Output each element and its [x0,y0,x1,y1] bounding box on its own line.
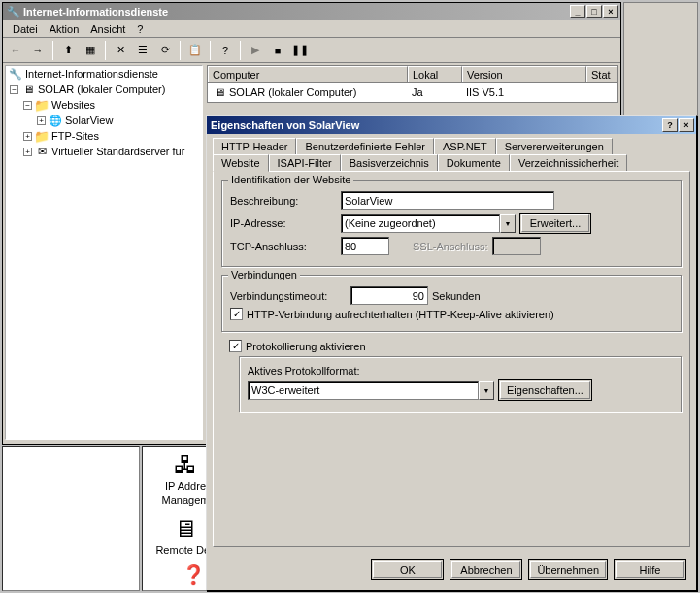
website-icon [48,114,63,127]
folder-icon [34,129,50,143]
tab-custom-errors[interactable]: Benutzerdefinierte Fehler [296,138,434,154]
description-input[interactable] [341,191,554,210]
timeout-label: Verbindungstimeout: [230,290,347,302]
group-identification: Identifikation der Website [228,174,353,185]
show-button[interactable]: ▦ [80,40,101,61]
log-properties-button[interactable]: Eigenschaften... [498,379,592,401]
ssl-input [492,237,541,255]
advanced-button[interactable]: Erweitert... [519,213,591,234]
col-version[interactable]: Version [462,66,586,82]
main-window-title: 🔧Internet-Informationsdienste [5,6,570,18]
log-format-label: Aktives Protokollformat: [248,365,673,377]
cell-lokal: Ja [408,83,462,101]
keepalive-label: HTTP-Verbindung aufrechterhalten (HTTP-K… [247,309,554,320]
folder-icon [34,98,50,112]
question-icon: ❓ [182,563,206,586]
menu-aktion[interactable]: Aktion [44,21,85,37]
tab-dirsecurity[interactable]: Verzeichnissicherheit [510,154,627,171]
ssl-label: SSL-Anschluss: [413,241,488,252]
refresh-button[interactable]: ⟳ [154,40,176,61]
stop-button[interactable]: ■ [267,40,288,61]
tcp-input[interactable] [341,237,389,255]
expand-smtp[interactable]: + [23,148,32,156]
tree-server[interactable]: SOLAR (lokaler Computer) [38,83,165,95]
timeout-unit: Sekunden [432,290,481,302]
menu-ansicht[interactable]: Ansicht [84,21,131,37]
close-button[interactable]: × [603,5,618,18]
help-button[interactable]: Hilfe [614,559,686,580]
list-body[interactable]: 🖥SOLAR (lokaler Computer) Ja IIS V5.1 [207,83,618,103]
export-button[interactable]: 📋 [184,40,206,61]
ip-addr-label: IP Addre [165,480,206,492]
server-icon: 🖥 [212,85,227,99]
mail-icon: ✉ [34,145,50,158]
remote-icon: 🖥 [174,515,197,543]
pause-button[interactable]: ❚❚ [289,40,311,61]
minimize-button[interactable]: _ [570,5,585,18]
cell-computer: SOLAR (lokaler Computer) [229,86,356,98]
dialog-help-button[interactable]: ? [662,118,678,132]
maximize-button[interactable]: □ [586,5,602,18]
expand-server[interactable]: − [10,85,18,94]
toolbar: ← → ⬆ ▦ ✕ ☰ ⟳ 📋 ? ▶ ■ ❚❚ [3,38,620,63]
col-stat[interactable]: Stat [586,66,617,82]
tree-smtp[interactable]: Virtueller Standardserver für [51,146,184,157]
manage-label: Managem [162,494,210,506]
ip-label: IP-Adresse: [230,217,337,229]
keepalive-checkbox[interactable]: ✓ [230,308,243,320]
menu-help[interactable]: ? [131,21,149,37]
ok-button[interactable]: OK [371,559,444,580]
delete-button[interactable]: ✕ [110,40,131,61]
col-lokal[interactable]: Lokal [408,66,462,82]
tab-homedir[interactable]: Basisverzeichnis [341,154,438,171]
dialog-close-button[interactable]: × [679,118,694,132]
server-icon: 🖥 [20,82,36,96]
log-format-combo[interactable] [248,381,479,400]
properties-button[interactable]: ☰ [132,40,153,61]
ip-combo[interactable] [341,214,500,233]
timeout-input[interactable] [350,286,428,305]
tcp-label: TCP-Anschluss: [230,241,337,252]
iis-icon: 🔧 [8,67,23,81]
tree-websites[interactable]: Websites [51,99,95,111]
play-button: ▶ [245,40,266,61]
expand-ftp[interactable]: + [23,132,32,141]
cancel-button[interactable]: Abbrechen [450,559,522,580]
expand-solarview[interactable]: + [37,116,46,125]
tree-ftp[interactable]: FTP-Sites [51,130,99,142]
logging-checkbox[interactable]: ✓ [229,340,242,352]
network-icon: 🖧 [174,451,197,478]
ip-combo-button[interactable]: ▼ [500,214,516,233]
tree-root[interactable]: Internet-Informationsdienste [25,68,158,80]
tree-solarview[interactable]: SolarView [65,115,113,126]
up-button[interactable]: ⬆ [57,40,79,61]
list-row[interactable]: 🖥SOLAR (lokaler Computer) Ja IIS V5.1 [208,83,617,101]
col-computer[interactable]: Computer [208,66,408,82]
tab-http-header[interactable]: HTTP-Header [213,138,296,154]
forward-button[interactable]: → [27,40,49,61]
tab-documents[interactable]: Dokumente [438,154,510,171]
help-button[interactable]: ? [215,40,236,61]
menu-datei[interactable]: Datei [7,21,44,37]
tab-server-ext[interactable]: Servererweiterungen [496,138,613,154]
tab-aspnet[interactable]: ASP.NET [434,138,496,154]
expand-websites[interactable]: − [23,101,32,110]
description-label: Beschreibung: [230,195,337,207]
logging-label: Protokollierung aktivieren [246,341,366,352]
tab-isapi[interactable]: ISAPI-Filter [269,154,341,171]
list-header: Computer Lokal Version Stat [207,65,618,83]
dialog-title: Eigenschaften von SolarView [209,119,662,131]
group-connections: Verbindungen [228,269,300,280]
back-button: ← [5,40,26,61]
menubar: Datei Aktion Ansicht ? [3,20,620,38]
tab-website[interactable]: Website [213,154,269,172]
tree-panel[interactable]: 🔧Internet-Informationsdienste −🖥SOLAR (l… [5,65,203,440]
cell-version: IIS V5.1 [462,83,586,101]
apply-button[interactable]: Übernehmen [528,559,608,580]
log-format-combo-button[interactable]: ▼ [479,381,494,400]
